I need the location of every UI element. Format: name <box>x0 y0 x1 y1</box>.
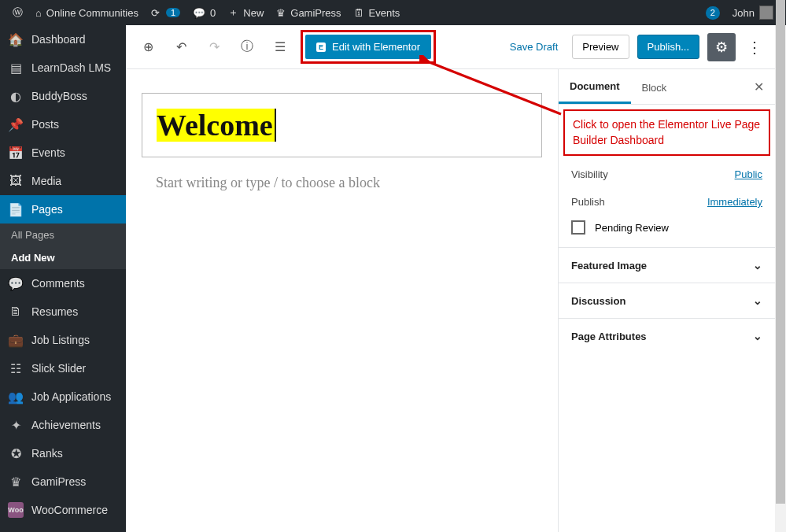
sidebar-item-learndash[interactable]: ▤LearnDash LMS <box>0 54 126 82</box>
editor-header: ⊕ ↶ ↷ ⓘ ☰ E Edit with Elementor Save Dra… <box>126 25 775 69</box>
content-structure-button[interactable]: ⓘ <box>234 35 260 60</box>
submenu-all-pages[interactable]: All Pages <box>0 224 126 246</box>
user-account[interactable]: John <box>726 0 780 25</box>
close-icon: ✕ <box>754 80 764 94</box>
site-name: Online Communities <box>46 7 138 19</box>
sidebar-item-comments[interactable]: 💬Comments <box>0 269 126 297</box>
plus-icon: ＋ <box>228 6 238 20</box>
sidebar-item-media[interactable]: 🖾Media <box>0 167 126 195</box>
publish-button[interactable]: Publish... <box>637 35 699 59</box>
featured-image-section[interactable]: Featured Image ⌄ <box>559 247 775 283</box>
crown-icon: ♛ <box>8 474 24 490</box>
comments-count: 0 <box>210 7 216 19</box>
calendar-icon: 🗓 <box>354 7 364 19</box>
undo-icon: ↶ <box>176 39 186 54</box>
pages-submenu: All Pages Add New <box>0 224 126 269</box>
pending-review-label: Pending Review <box>595 222 669 234</box>
refresh-icon: ⟳ <box>151 7 160 19</box>
page-title-text[interactable]: Welcome <box>157 109 276 142</box>
sidebar-item-label: Job Listings <box>31 334 90 346</box>
new-content-link[interactable]: ＋ New <box>222 0 270 25</box>
settings-toggle-button[interactable]: ⚙ <box>707 33 736 61</box>
elementor-highlight-box: E Edit with Elementor <box>301 30 436 64</box>
pin-icon: 📌 <box>8 116 24 132</box>
refresh-count: 1 <box>166 8 180 17</box>
briefcase-icon: 💼 <box>8 332 24 348</box>
sidebar-item-label: WooCommerce <box>31 504 108 516</box>
visibility-label: Visibility <box>571 168 608 180</box>
elementor-icon: E <box>316 42 326 52</box>
undo-button[interactable]: ↶ <box>168 35 194 60</box>
sidebar-item-pages[interactable]: 📄Pages <box>0 195 126 224</box>
page-icon: 📄 <box>8 201 24 217</box>
document-icon: 🗎 <box>8 304 24 320</box>
sidebar-item-label: Events <box>31 146 65 159</box>
save-draft-button[interactable]: Save Draft <box>504 35 564 59</box>
sidebar-item-events[interactable]: 📅Events <box>0 139 126 167</box>
notifications[interactable]: 2 <box>699 0 726 25</box>
refresh-link[interactable]: ⟳ 1 <box>145 0 186 25</box>
sidebar-item-buddyboss[interactable]: ◐BuddyBoss <box>0 82 126 110</box>
badge-icon: ✪ <box>8 445 24 461</box>
home-icon: ⌂ <box>35 7 42 19</box>
wp-logo[interactable]: ⓦ <box>6 0 29 25</box>
block-placeholder[interactable]: Start writing or type / to choose a bloc… <box>142 172 542 194</box>
comment-icon: 💬 <box>193 7 205 19</box>
crown-icon: ♛ <box>276 7 286 19</box>
sidebar-item-label: Comments <box>31 277 85 290</box>
discussion-section[interactable]: Discussion ⌄ <box>559 283 775 318</box>
sidebar-item-ranks[interactable]: ✪Ranks <box>0 439 126 467</box>
sidebar-item-posts[interactable]: 📌Posts <box>0 110 126 139</box>
sidebar-item-gamipress[interactable]: ♛GamiPress <box>0 467 126 496</box>
block-navigation-button[interactable]: ☰ <box>268 35 293 60</box>
sidebar-item-woocommerce[interactable]: WooWooCommerce <box>0 496 126 524</box>
sidebar-item-label: BuddyBoss <box>31 90 87 102</box>
add-block-button[interactable]: ⊕ <box>135 35 161 60</box>
wordpress-icon: ⓦ <box>13 6 23 20</box>
annotation-callout: Click to open the Elementor Live Page Bu… <box>563 109 770 156</box>
comment-icon: 💬 <box>8 275 24 291</box>
page-attributes-section[interactable]: Page Attributes ⌄ <box>559 318 775 353</box>
sidebar-item-dashboard[interactable]: 🏠Dashboard <box>0 25 126 54</box>
visibility-value[interactable]: Public <box>735 168 762 180</box>
edit-with-elementor-button[interactable]: E Edit with Elementor <box>305 35 431 59</box>
gamipress-link[interactable]: ♛ GamiPress <box>270 0 347 25</box>
sidebar-item-resumes[interactable]: 🗎Resumes <box>0 297 126 326</box>
pending-review-checkbox[interactable] <box>571 220 585 235</box>
scrollbar-thumb[interactable] <box>776 0 785 504</box>
admin-bar: ⓦ ⌂ Online Communities ⟳ 1 💬 0 ＋ New ♛ G… <box>0 0 786 25</box>
close-settings-button[interactable]: ✕ <box>743 70 775 104</box>
tab-document[interactable]: Document <box>559 69 631 104</box>
tab-block[interactable]: Block <box>631 71 678 103</box>
sidebar-item-label: Dashboard <box>31 33 86 46</box>
pending-review-row[interactable]: Pending Review <box>559 216 775 247</box>
sidebar-item-achievements[interactable]: ✦Achievements <box>0 411 126 439</box>
page-title-block[interactable]: Welcome <box>142 93 542 157</box>
redo-icon: ↷ <box>209 39 220 54</box>
sidebar-item-label: Media <box>31 175 61 187</box>
events-label: Events <box>369 7 400 19</box>
more-options-button[interactable]: ⋮ <box>744 33 766 61</box>
submenu-add-new[interactable]: Add New <box>0 246 126 269</box>
woo-icon: Woo <box>8 502 24 518</box>
sidebar-item-job-listings[interactable]: 💼Job Listings <box>0 326 126 354</box>
gamipress-label: GamiPress <box>290 7 341 19</box>
redo-button[interactable]: ↷ <box>201 35 227 60</box>
comments-link[interactable]: 💬 0 <box>186 0 222 25</box>
sidebar-item-label: Pages <box>31 203 63 216</box>
sidebar-item-slick-slider[interactable]: ☷Slick Slider <box>0 354 126 382</box>
publish-label: Publish <box>571 196 605 208</box>
site-home-link[interactable]: ⌂ Online Communities <box>29 0 145 25</box>
admin-sidebar: 🏠Dashboard ▤LearnDash LMS ◐BuddyBoss 📌Po… <box>0 25 126 532</box>
block-editor: ⊕ ↶ ↷ ⓘ ☰ E Edit with Elementor Save Dra… <box>126 25 775 532</box>
publish-value[interactable]: Immediately <box>707 196 762 208</box>
editor-canvas[interactable]: Welcome Start writing or type / to choos… <box>126 69 558 532</box>
section-label: Page Attributes <box>571 331 647 342</box>
events-link[interactable]: 🗓 Events <box>348 0 407 25</box>
visibility-row: Visibility Public <box>559 161 775 188</box>
preview-button[interactable]: Preview <box>572 35 629 59</box>
sidebar-item-label: GamiPress <box>31 475 86 488</box>
publish-row: Publish Immediately <box>559 188 775 216</box>
sidebar-item-job-applications[interactable]: 👥Job Applications <box>0 382 126 411</box>
chevron-down-icon: ⌄ <box>753 294 762 307</box>
